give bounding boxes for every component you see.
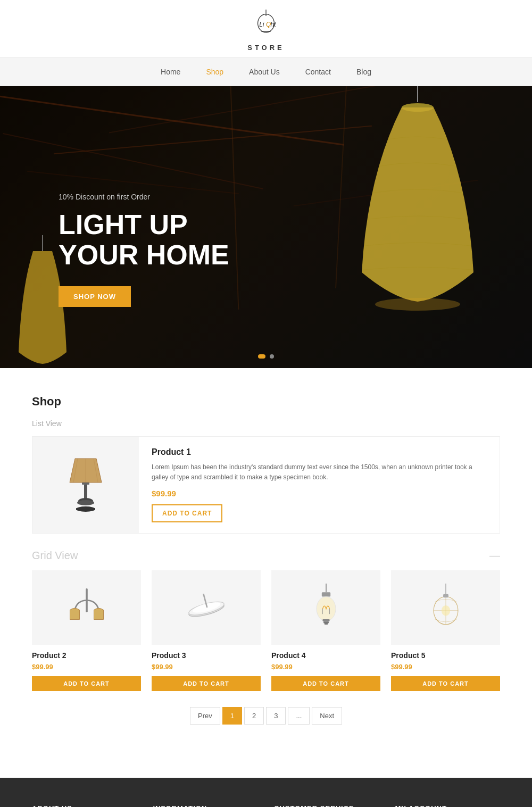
svg-point-16 — [77, 500, 94, 505]
grid-products: Product 2 $99.99 ADD TO CART Product 3 $… — [32, 570, 500, 691]
grid-add-to-cart-3[interactable]: ADD TO CART — [152, 676, 261, 691]
nav-item-shop[interactable]: Shop — [193, 58, 236, 86]
grid-product-4: Product 4 $99.99 ADD TO CART — [271, 570, 380, 691]
nav-item-contact[interactable]: Contact — [293, 58, 344, 86]
grid-add-to-cart-4[interactable]: ADD TO CART — [271, 676, 380, 691]
list-product-price: $99.99 — [152, 489, 487, 498]
product1-image — [62, 451, 110, 520]
logo-text: STORE — [247, 44, 285, 52]
nav-item-blog[interactable]: Blog — [344, 58, 384, 86]
grid-add-to-cart-2[interactable]: ADD TO CART — [32, 676, 141, 691]
svg-text:ht: ht — [271, 21, 277, 28]
footer-about-title: ABOUT US — [32, 804, 137, 807]
svg-point-36 — [441, 605, 450, 616]
grid-product-2: Product 2 $99.99 ADD TO CART — [32, 570, 141, 691]
grid-product-5: Product 5 $99.99 ADD TO CART — [391, 570, 500, 691]
header: Li Q ht STORE — [0, 0, 532, 57]
pagination-page-3[interactable]: 3 — [266, 707, 286, 725]
pagination-next[interactable]: Next — [312, 707, 342, 725]
svg-rect-29 — [322, 619, 329, 621]
list-add-to-cart-button[interactable]: ADD TO CART — [152, 504, 222, 522]
hero-title: LIGHT UP YOUR HOME — [59, 210, 229, 270]
footer-about: ABOUT US Lorem ipsum dolor sit amet, con… — [32, 804, 137, 807]
list-product-name: Product 1 — [152, 447, 487, 457]
svg-rect-25 — [321, 593, 330, 597]
list-product-image — [32, 437, 139, 533]
svg-rect-13 — [82, 482, 89, 485]
footer-customer-service: CUSTOMER SERVICE Net Transaction Compens… — [274, 804, 379, 807]
pagination-ellipsis: ... — [288, 707, 310, 725]
grid-product-5-name: Product 5 — [391, 651, 500, 660]
hero-dot-2[interactable] — [270, 354, 274, 359]
pagination-prev[interactable]: Prev — [190, 707, 220, 725]
footer-grid: ABOUT US Lorem ipsum dolor sit amet, con… — [32, 804, 500, 807]
footer-account-title: MY ACCOUNT — [395, 804, 501, 807]
logo-icon: Li Q ht — [250, 10, 282, 41]
grid-product-3-price: $99.99 — [152, 663, 261, 671]
pagination-page-2[interactable]: 2 — [244, 707, 264, 725]
grid-product-3-name: Product 3 — [152, 651, 261, 660]
svg-rect-31 — [324, 623, 328, 625]
hero-dot-1[interactable] — [258, 354, 265, 359]
list-product-desc: Lorem Ipsum has been the industry's stan… — [152, 462, 487, 482]
pagination-page-1[interactable]: 1 — [222, 707, 242, 725]
footer-customer-title: CUSTOMER SERVICE — [274, 804, 379, 807]
shop-section: Shop List View — [0, 368, 532, 756]
grid-product-4-name: Product 4 — [271, 651, 380, 660]
grid-product-5-image — [391, 570, 500, 645]
hero-content: 10% Discount on first Order LIGHT UP YOU… — [59, 193, 229, 307]
footer: ABOUT US Lorem ipsum dolor sit amet, con… — [0, 778, 532, 807]
hero-lamp-big — [335, 86, 500, 336]
svg-rect-37 — [443, 594, 448, 598]
grid-product-4-price: $99.99 — [271, 663, 380, 671]
pagination: Prev 1 2 3 ... Next — [32, 707, 500, 725]
footer-my-account: MY ACCOUNT My Product My Orders My Addre… — [395, 804, 501, 807]
shop-title: Shop — [32, 395, 500, 409]
grid-product-3-image — [152, 570, 261, 645]
grid-product-5-price: $99.99 — [391, 663, 500, 671]
nav-item-home[interactable]: Home — [148, 58, 193, 86]
svg-point-8 — [375, 298, 460, 311]
list-view-label: List View — [32, 419, 500, 428]
shop-now-button[interactable]: SHOP NOW — [59, 286, 131, 307]
hero-section: 10% Discount on first Order LIGHT UP YOU… — [0, 86, 532, 368]
hero-discount: 10% Discount on first Order — [59, 193, 229, 201]
grid-product-3: Product 3 $99.99 ADD TO CART — [152, 570, 261, 691]
footer-information-title: INFORMATION — [153, 804, 259, 807]
grid-product-4-image — [271, 570, 380, 645]
footer-information: INFORMATION Site Map Search Terms Advanc… — [153, 804, 259, 807]
svg-text:Li: Li — [259, 21, 264, 28]
grid-view-label: Grid View — [32, 550, 78, 562]
grid-view-header: Grid View — — [32, 550, 500, 562]
list-product: Product 1 Lorem Ipsum has been the indus… — [32, 436, 500, 534]
grid-add-to-cart-5[interactable]: ADD TO CART — [391, 676, 500, 691]
svg-rect-18 — [76, 508, 95, 510]
logo-wrap: Li Q ht STORE — [247, 10, 285, 52]
list-product-info: Product 1 Lorem Ipsum has been the indus… — [139, 437, 500, 533]
grid-view-icon: — — [489, 550, 500, 562]
grid-product-2-price: $99.99 — [32, 663, 141, 671]
hero-dots — [258, 354, 274, 359]
grid-product-2-image — [32, 570, 141, 645]
main-nav: Home Shop About Us Contact Blog — [0, 57, 532, 86]
grid-product-2-name: Product 2 — [32, 651, 141, 660]
nav-item-about[interactable]: About Us — [236, 58, 293, 86]
svg-rect-30 — [323, 622, 329, 623]
